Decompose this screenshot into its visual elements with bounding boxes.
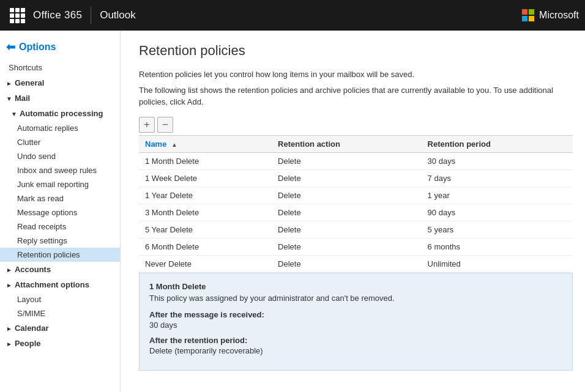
table-row[interactable]: 6 Month Delete Delete 6 months — [139, 238, 573, 255]
description-1: Retention policies let you control how l… — [139, 68, 573, 81]
add-button[interactable]: + — [139, 117, 155, 133]
chevron-right-icon-attach: ► — [6, 282, 12, 289]
cell-action: Delete — [272, 221, 422, 238]
detail-label-2: After the retention period: — [149, 336, 562, 345]
detail-value-2: Delete (temporarily recoverable) — [149, 346, 562, 355]
sidebar-item-inbox-sweep[interactable]: Inbox and sweep rules — [0, 163, 120, 177]
toolbar: + − — [139, 117, 573, 133]
cell-name: 1 Year Delete — [139, 187, 272, 204]
sidebar-item-attachment-options[interactable]: ►Attachment options — [0, 277, 120, 292]
sidebar-item-mail[interactable]: ▼Mail — [0, 91, 120, 106]
sidebar-item-clutter[interactable]: Clutter — [0, 135, 120, 149]
cell-action: Delete — [272, 204, 422, 221]
sidebar-item-smime[interactable]: S/MIME — [0, 306, 120, 320]
table-row[interactable]: 3 Month Delete Delete 90 days — [139, 204, 573, 221]
table-row[interactable]: 1 Month Delete Delete 30 days — [139, 152, 573, 169]
sidebar-item-reply-settings[interactable]: Reply settings — [0, 234, 120, 248]
waffle-menu[interactable] — [6, 4, 28, 26]
sidebar-item-undo-send[interactable]: Undo send — [0, 149, 120, 163]
cell-action: Delete — [272, 187, 422, 204]
remove-button[interactable]: − — [157, 117, 173, 133]
policies-table: Name ▲ Retention action Retention period… — [139, 135, 573, 273]
cell-action: Delete — [272, 152, 422, 169]
sidebar-item-automatic-replies[interactable]: Automatic replies — [0, 121, 120, 135]
cell-action: Delete — [272, 169, 422, 187]
chevron-right-icon-people: ► — [6, 341, 12, 347]
cell-action: Delete — [272, 238, 422, 255]
microsoft-logo-icon — [522, 9, 534, 21]
sidebar: ⬅ Options Shortcuts ►General ▼Mail ▼Auto… — [0, 31, 121, 392]
brand-area: Microsoft — [522, 9, 579, 21]
cell-period: 90 days — [422, 204, 573, 221]
cell-name: 1 Month Delete — [139, 152, 272, 169]
cell-name: 3 Month Delete — [139, 204, 272, 221]
sidebar-item-layout[interactable]: Layout — [0, 292, 120, 306]
options-label: Options — [19, 42, 56, 53]
sidebar-item-read-receipts[interactable]: Read receipts — [0, 220, 120, 234]
cell-period: 6 months — [422, 238, 573, 255]
back-icon: ⬅ — [6, 40, 15, 54]
brand-label: Microsoft — [539, 10, 579, 21]
cell-period: Unlimited — [422, 255, 573, 272]
page-title: Retention policies — [139, 43, 573, 59]
cell-name: 5 Year Delete — [139, 221, 272, 238]
sidebar-item-automatic-processing[interactable]: ▼Automatic processing — [0, 106, 120, 121]
sidebar-item-junk-email[interactable]: Junk email reporting — [0, 177, 120, 191]
chevron-right-icon-cal: ► — [6, 325, 12, 332]
sort-icon: ▲ — [171, 141, 177, 148]
table-row[interactable]: 1 Week Delete Delete 7 days — [139, 169, 573, 187]
cell-name: Never Delete — [139, 255, 272, 272]
chevron-down-icon: ▼ — [6, 95, 12, 102]
detail-label-1: After the message is received: — [149, 310, 562, 319]
detail-policy-name: 1 Month Delete — [149, 282, 562, 291]
col-period-header[interactable]: Retention period — [422, 135, 573, 152]
table-row[interactable]: 5 Year Delete Delete 5 years — [139, 221, 573, 238]
table-row[interactable]: Never Delete Delete Unlimited — [139, 255, 573, 272]
options-header[interactable]: ⬅ Options — [0, 37, 120, 60]
description-2: The following list shows the retention p… — [139, 84, 573, 108]
table-row[interactable]: 1 Year Delete Delete 1 year — [139, 187, 573, 204]
chevron-down-icon-2: ▼ — [11, 111, 17, 117]
cell-period: 7 days — [422, 169, 573, 187]
sidebar-item-accounts[interactable]: ►Accounts — [0, 262, 120, 277]
detail-value-1: 30 days — [149, 320, 562, 330]
detail-policy-desc: This policy was assigned by your adminis… — [149, 294, 562, 303]
sidebar-item-message-options[interactable]: Message options — [0, 205, 120, 220]
cell-name: 1 Week Delete — [139, 169, 272, 187]
detail-panel: 1 Month Delete This policy was assigned … — [139, 273, 573, 371]
sidebar-item-retention-policies[interactable]: Retention policies — [0, 248, 120, 262]
sidebar-item-mark-as-read[interactable]: Mark as read — [0, 191, 120, 205]
waffle-icon — [10, 8, 25, 23]
cell-action: Delete — [272, 255, 422, 272]
main-layout: ⬅ Options Shortcuts ►General ▼Mail ▼Auto… — [0, 31, 585, 392]
col-name-header[interactable]: Name ▲ — [139, 135, 272, 152]
sidebar-item-shortcuts[interactable]: Shortcuts — [0, 60, 120, 75]
sidebar-item-calendar[interactable]: ►Calendar — [0, 320, 120, 336]
cell-period: 1 year — [422, 187, 573, 204]
main-content: Retention policies Retention policies le… — [121, 31, 585, 392]
app-name-label: Outlook — [100, 9, 136, 21]
topbar-divider — [91, 6, 91, 24]
cell-name: 6 Month Delete — [139, 238, 272, 255]
chevron-right-icon-accounts: ► — [6, 267, 12, 273]
cell-period: 30 days — [422, 152, 573, 169]
col-action-header[interactable]: Retention action — [272, 135, 422, 152]
cell-period: 5 years — [422, 221, 573, 238]
chevron-right-icon: ► — [6, 80, 12, 87]
topbar: Office 365 Outlook Microsoft — [0, 0, 585, 31]
sidebar-item-general[interactable]: ►General — [0, 75, 120, 91]
app-suite-label: Office 365 — [33, 9, 82, 21]
sidebar-item-people[interactable]: ►People — [0, 336, 120, 351]
